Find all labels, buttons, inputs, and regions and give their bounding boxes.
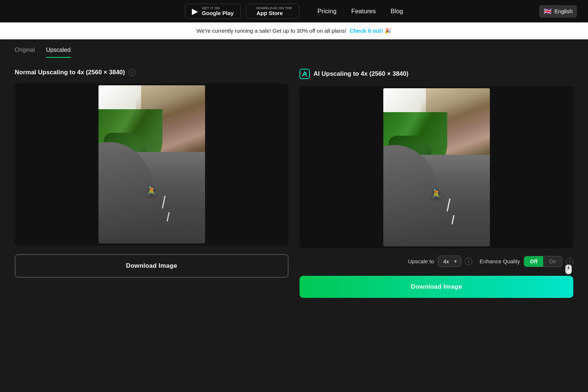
store-buttons: ▶ GET IT ON Google Play Download on the … xyxy=(185,4,299,19)
language-label: English xyxy=(555,8,573,14)
blog-link[interactable]: Blog xyxy=(391,8,403,15)
normal-upscaling-panel: Normal Upscaling to 4x (2560 × 3840) i xyxy=(15,69,288,298)
sale-link[interactable]: Check it out! 🎉 xyxy=(349,28,391,34)
ai-upscale-icon xyxy=(300,69,310,79)
tabs-container: Original Upscaled xyxy=(0,39,588,58)
google-play-icon: ▶ xyxy=(192,7,198,16)
app-store-button[interactable]: Download on the App Store xyxy=(246,4,299,19)
google-play-get-it-label: GET IT ON xyxy=(202,6,234,10)
google-play-button[interactable]: ▶ GET IT ON Google Play xyxy=(185,4,241,19)
right-panel-header: AI Upscaling to 4x (2560 × 3840) xyxy=(300,69,573,79)
main-content: Normal Upscaling to 4x (2560 × 3840) i xyxy=(0,58,588,309)
app-store-download-label: Download on the xyxy=(257,6,292,10)
tab-upscaled[interactable]: Upscaled xyxy=(46,47,71,58)
right-panel-title: AI Upscaling to 4x (2560 × 3840) xyxy=(313,70,408,78)
main-nav: Pricing Features Blog xyxy=(318,8,403,15)
enhance-label: Enhance Quality xyxy=(480,258,520,264)
toggle-off-option[interactable]: Off xyxy=(524,256,543,267)
right-download-button[interactable]: Download Image xyxy=(300,276,573,298)
cursor-area: i 🖱️ xyxy=(566,258,573,265)
enhance-toggle[interactable]: Off On xyxy=(524,256,562,267)
enhance-info-icon[interactable]: i xyxy=(566,258,573,265)
left-download-button[interactable]: Download Image xyxy=(15,254,288,278)
left-image-container: 🚴 xyxy=(15,83,288,245)
header: ▶ GET IT ON Google Play Download on the … xyxy=(0,0,588,22)
language-button[interactable]: 🇬🇧 English xyxy=(539,5,577,18)
mouse-cursor-icon: 🖱️ xyxy=(563,264,574,275)
left-panel-header: Normal Upscaling to 4x (2560 × 3840) i xyxy=(15,69,288,76)
upscale-info-icon[interactable]: i xyxy=(465,258,472,265)
left-panel-title: Normal Upscaling to 4x (2560 × 3840) xyxy=(15,69,125,76)
right-image-container: 🚴 xyxy=(300,86,573,248)
upscale-control: Upscale to 1x 2x 4x ▼ i xyxy=(408,256,472,267)
app-store-name: App Store xyxy=(257,10,292,16)
ai-upscaling-panel: AI Upscaling to 4x (2560 × 3840) 🚴 xyxy=(300,69,573,298)
controls-row: Upscale to 1x 2x 4x ▼ i Enhance Quality xyxy=(300,256,573,267)
sale-text: We're currently running a sale! Get up t… xyxy=(197,28,347,34)
upscale-label: Upscale to xyxy=(408,258,434,264)
toggle-on-option[interactable]: On xyxy=(543,256,562,267)
tab-original[interactable]: Original xyxy=(15,47,35,58)
upscale-select-wrapper: 1x 2x 4x ▼ xyxy=(438,256,461,267)
features-link[interactable]: Features xyxy=(351,8,376,15)
language-flag-icon: 🇬🇧 xyxy=(544,7,552,15)
enhance-quality-control: Enhance Quality Off On i 🖱️ xyxy=(480,256,573,267)
google-play-store-name: Google Play xyxy=(202,10,234,16)
left-info-icon[interactable]: i xyxy=(129,69,136,76)
comparison-grid: Normal Upscaling to 4x (2560 × 3840) i xyxy=(15,69,573,298)
upscale-select[interactable]: 1x 2x 4x xyxy=(438,256,461,267)
sale-banner: We're currently running a sale! Get up t… xyxy=(0,22,588,39)
pricing-link[interactable]: Pricing xyxy=(318,8,337,15)
